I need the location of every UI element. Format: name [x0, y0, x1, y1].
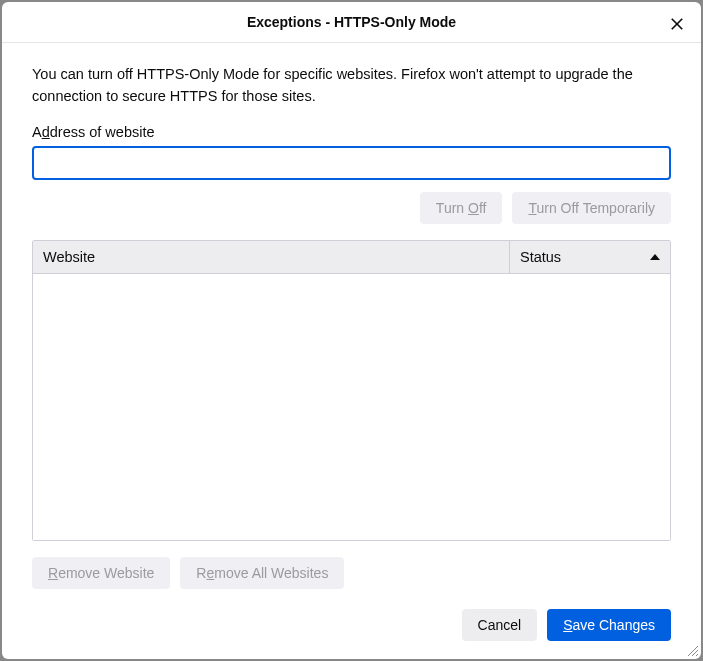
table-body[interactable] [33, 274, 670, 540]
dialog-footer: Cancel Save Changes [2, 605, 701, 659]
turn-off-button-row: Turn Off Turn Off Temporarily [32, 192, 671, 224]
table-header: Website Status [33, 241, 670, 274]
remove-website-button[interactable]: Remove Website [32, 557, 170, 589]
address-label: Address of website [32, 124, 671, 140]
dialog-header: Exceptions - HTTPS-Only Mode [2, 2, 701, 43]
remove-button-row: Remove Website Remove All Websites [32, 557, 671, 589]
svg-line-4 [696, 654, 698, 656]
description-text: You can turn off HTTPS-Only Mode for spe… [32, 63, 671, 108]
remove-all-websites-button[interactable]: Remove All Websites [180, 557, 344, 589]
exceptions-dialog: Exceptions - HTTPS-Only Mode You can tur… [2, 2, 701, 659]
dialog-title: Exceptions - HTTPS-Only Mode [247, 14, 456, 30]
save-changes-button[interactable]: Save Changes [547, 609, 671, 641]
column-header-website[interactable]: Website [33, 241, 510, 273]
exceptions-table: Website Status [32, 240, 671, 541]
sort-ascending-icon [650, 254, 660, 260]
turn-off-temporarily-button[interactable]: Turn Off Temporarily [512, 192, 671, 224]
close-button[interactable] [665, 12, 689, 36]
close-icon [670, 17, 684, 31]
dialog-body: You can turn off HTTPS-Only Mode for spe… [2, 43, 701, 605]
cancel-button[interactable]: Cancel [462, 609, 538, 641]
resize-grip-icon[interactable] [685, 643, 699, 657]
column-header-status[interactable]: Status [510, 241, 670, 273]
address-input[interactable] [32, 146, 671, 180]
turn-off-button[interactable]: Turn Off [420, 192, 503, 224]
